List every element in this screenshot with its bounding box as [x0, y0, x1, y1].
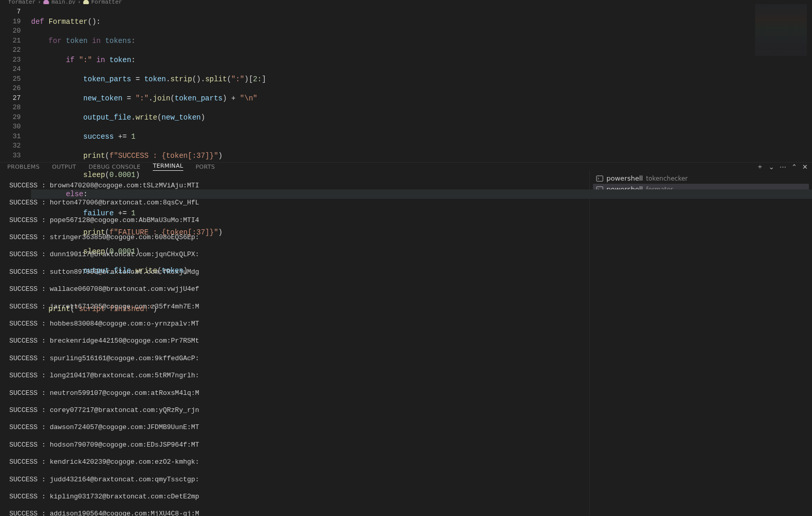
code-content[interactable]: def Formatter(): for token in tokens: if… — [31, 4, 812, 162]
maximize-panel-icon[interactable]: ⌃ — [791, 163, 797, 171]
close-panel-icon[interactable]: ✕ — [802, 163, 808, 171]
breadcrumb: formater › ⬤ main.py › ⬤ Formatter — [0, 0, 812, 4]
line-number-gutter: 7 19 20 21 22 23 24 25 26 27 28 29 30 31… — [0, 4, 31, 162]
more-actions-icon[interactable]: ⋯ — [779, 163, 786, 171]
terminal-dropdown-icon[interactable]: ⌄ — [769, 163, 774, 171]
tab-problems[interactable]: PROBLEMS — [7, 164, 39, 170]
tab-debug-console[interactable]: DEBUG CONSOLE — [89, 164, 140, 170]
panel-tabs: PROBLEMS OUTPUT DEBUG CONSOLE TERMINAL P… — [0, 162, 812, 171]
code-editor[interactable]: 7 19 20 21 22 23 24 25 26 27 28 29 30 31… — [0, 4, 812, 162]
tab-ports[interactable]: PORTS — [196, 164, 215, 170]
new-terminal-icon[interactable]: ＋ — [757, 162, 763, 171]
minimap[interactable] — [755, 4, 807, 56]
tab-terminal[interactable]: TERMINAL — [153, 163, 183, 171]
tab-output[interactable]: OUTPUT — [52, 164, 76, 170]
